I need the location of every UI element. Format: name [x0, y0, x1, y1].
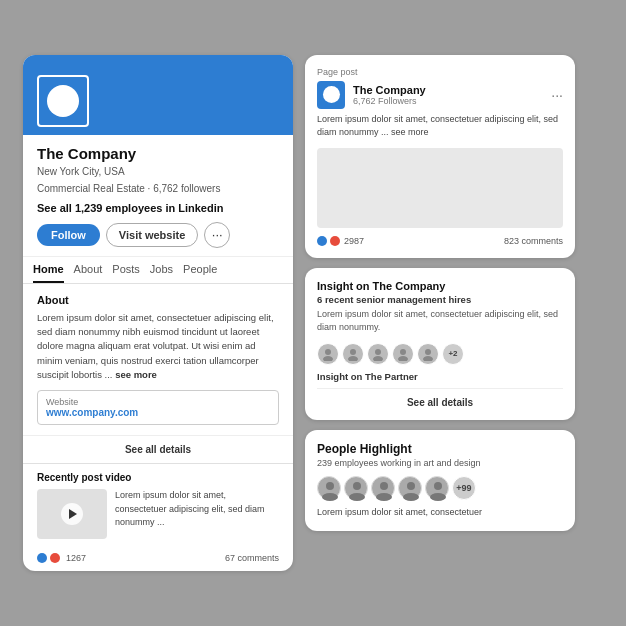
post-reaction-dots	[317, 236, 340, 246]
play-button[interactable]	[61, 503, 83, 525]
insight-avatar-3	[367, 343, 389, 365]
people-avatar-2	[344, 476, 368, 500]
card-company-info: The Company 6,762 Followers	[353, 84, 543, 106]
video-stat-num: 1267	[66, 553, 86, 563]
svg-point-16	[407, 482, 415, 490]
tab-people[interactable]: People	[183, 263, 217, 283]
play-icon	[69, 509, 77, 519]
people-highlight-title: People Highlight	[317, 442, 563, 456]
action-buttons: Follow Visit website ···	[37, 222, 279, 248]
people-avatar-5	[425, 476, 449, 500]
reaction-dot-red-post	[330, 236, 340, 246]
reaction-dot-blue-post	[317, 236, 327, 246]
card-more-button[interactable]: ···	[551, 87, 563, 103]
reaction-dot-blue	[37, 553, 47, 563]
more-button[interactable]: ···	[204, 222, 230, 248]
tab-home[interactable]: Home	[33, 263, 64, 283]
people-avatar-4	[398, 476, 422, 500]
about-section: About Lorem ipsum dolor sit amet, consec…	[23, 284, 293, 435]
company-logo	[37, 75, 89, 127]
post-body-text: Lorem ipsum dolor sit amet, consectetuer…	[317, 113, 563, 140]
svg-point-10	[326, 482, 334, 490]
profile-header	[23, 55, 293, 135]
main-container: The Company New York City, USA Commercia…	[23, 55, 603, 571]
right-panel: Page post The Company 6,762 Followers ··…	[305, 55, 575, 571]
card-logo-circle	[323, 86, 340, 103]
tab-posts[interactable]: Posts	[112, 263, 140, 283]
svg-point-11	[322, 493, 338, 501]
video-thumbnail[interactable]	[37, 489, 107, 539]
page-post-label: Page post	[317, 67, 563, 77]
post-image	[317, 148, 563, 228]
people-avatar-1	[317, 476, 341, 500]
svg-point-12	[353, 482, 361, 490]
video-comments: 67 comments	[225, 553, 279, 563]
card-company-row: The Company 6,762 Followers ···	[317, 81, 563, 109]
people-avatar-row: +99	[317, 476, 563, 500]
svg-point-14	[380, 482, 388, 490]
company-meta-location: New York City, USA	[37, 164, 279, 179]
insight-avatar-2	[342, 343, 364, 365]
insight-title: Insight on The Company	[317, 280, 563, 292]
people-highlight-subtitle: 239 employees working in art and design	[317, 458, 563, 468]
card-logo	[317, 81, 345, 109]
insight-subtitle: 6 recent senior management hires	[317, 294, 563, 305]
reaction-dots	[37, 553, 60, 563]
card-followers: 6,762 Followers	[353, 96, 543, 106]
video-description: Lorem ipsum dolor sit amet, consectetuer…	[115, 489, 279, 530]
see-all-details-button[interactable]: See all details	[23, 435, 293, 463]
employees-link[interactable]: See all 1,239 employees in Linkedin	[37, 202, 279, 214]
people-highlight-card: People Highlight 239 employees working i…	[305, 430, 575, 532]
insight-avatar-1	[317, 343, 339, 365]
svg-point-0	[325, 349, 331, 355]
left-panel: The Company New York City, USA Commercia…	[23, 55, 293, 571]
reaction-dot-red	[50, 553, 60, 563]
insight-avatar-5	[417, 343, 439, 365]
svg-point-19	[430, 493, 446, 501]
card-company-name: The Company	[353, 84, 543, 96]
post-comments: 823 comments	[504, 236, 563, 246]
tab-about[interactable]: About	[74, 263, 103, 283]
company-meta-industry: Commercial Real Estate · 6,762 followers	[37, 181, 279, 196]
website-label: Website	[46, 397, 270, 407]
video-row: Lorem ipsum dolor sit amet, consectetuer…	[37, 489, 279, 539]
svg-point-18	[434, 482, 442, 490]
insight-card: Insight on The Company 6 recent senior m…	[305, 268, 575, 420]
follow-button[interactable]: Follow	[37, 224, 100, 246]
profile-info: The Company New York City, USA Commercia…	[23, 135, 293, 256]
svg-point-9	[423, 356, 433, 361]
svg-point-15	[376, 493, 392, 501]
nav-tabs: Home About Posts Jobs People	[23, 256, 293, 283]
svg-point-7	[398, 356, 408, 361]
company-logo-circle	[47, 85, 79, 117]
insight-body-text: Lorem ipsum dolor sit amet, consectetuer…	[317, 308, 563, 335]
svg-point-3	[348, 356, 358, 361]
svg-point-4	[375, 349, 381, 355]
see-more-about[interactable]: see more	[115, 369, 157, 380]
svg-point-17	[403, 493, 419, 501]
post-stats: 2987 823 comments	[317, 236, 563, 246]
company-name: The Company	[37, 145, 279, 162]
visit-website-button[interactable]: Visit website	[106, 223, 198, 247]
svg-point-1	[323, 356, 333, 361]
svg-point-2	[350, 349, 356, 355]
post-stat-num: 2987	[344, 236, 364, 246]
video-section: Recently post video Lorem ipsum dolor si…	[23, 464, 293, 547]
insight-partner-label: Insight on The Partner	[317, 371, 563, 382]
people-body-text: Lorem ipsum dolor sit amet, consectetuer	[317, 506, 563, 520]
website-url[interactable]: www.company.com	[46, 407, 270, 418]
svg-point-8	[425, 349, 431, 355]
insight-avatar-4	[392, 343, 414, 365]
insight-see-all-button[interactable]: See all details	[317, 388, 563, 408]
svg-point-6	[400, 349, 406, 355]
about-text: Lorem ipsum dolor sit amet, consectetuer…	[37, 311, 279, 382]
tab-jobs[interactable]: Jobs	[150, 263, 173, 283]
about-title: About	[37, 294, 279, 306]
website-box: Website www.company.com	[37, 390, 279, 425]
insight-avatar-row: +2	[317, 343, 563, 365]
video-section-title: Recently post video	[37, 472, 279, 483]
page-post-card: Page post The Company 6,762 Followers ··…	[305, 55, 575, 258]
people-avatar-3	[371, 476, 395, 500]
svg-point-5	[373, 356, 383, 361]
insight-avatar-plus: +2	[442, 343, 464, 365]
